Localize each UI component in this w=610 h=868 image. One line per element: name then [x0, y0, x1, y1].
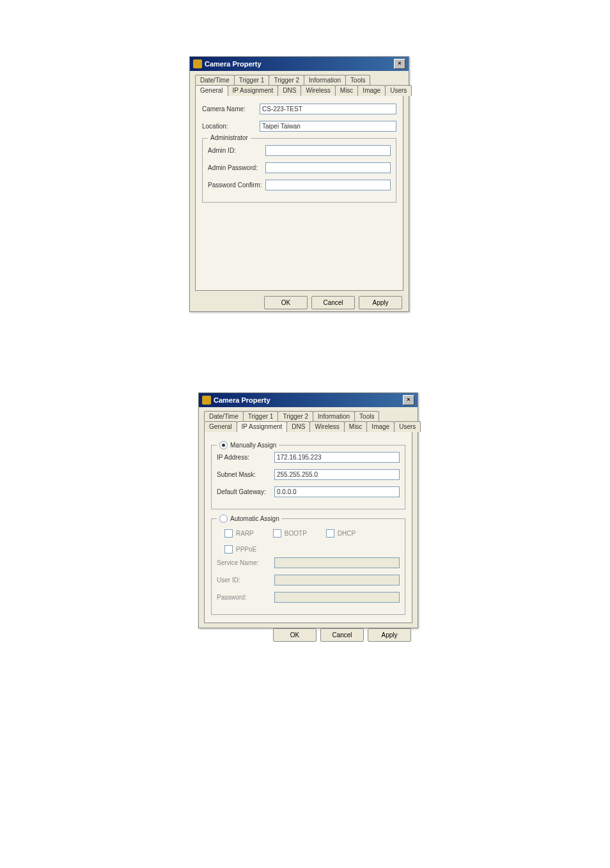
- service-name-label: Service Name:: [217, 559, 274, 566]
- password-label: Password:: [217, 594, 274, 601]
- user-id-input: [274, 575, 400, 585]
- tab-tools[interactable]: Tools: [345, 75, 370, 85]
- camera-property-dialog-general: Camera Property × Date/Time Trigger 1 Tr…: [189, 56, 409, 312]
- tab-ipassignment[interactable]: IP Assignment: [228, 85, 279, 96]
- tab-panel-general: Camera Name: Location: Administrator Adm…: [195, 95, 403, 291]
- tab-information[interactable]: Information: [304, 75, 346, 85]
- close-button[interactable]: ×: [403, 395, 414, 405]
- tab-image[interactable]: Image: [357, 85, 386, 96]
- default-gateway-input[interactable]: [274, 486, 400, 497]
- tab-panel-ipassignment: Manually Assign IP Address: Subnet Mask:…: [204, 431, 412, 623]
- dialog-title: Camera Property: [214, 396, 270, 404]
- rarp-checkbox[interactable]: [224, 529, 233, 538]
- camera-name-input[interactable]: [260, 104, 396, 114]
- tab-misc[interactable]: Misc: [344, 421, 368, 432]
- admin-password-label: Admin Password:: [208, 164, 265, 171]
- default-gateway-label: Default Gateway:: [217, 488, 274, 495]
- dialog-title: Camera Property: [205, 60, 262, 68]
- automatic-assign-legend: Automatic Assign: [230, 515, 279, 522]
- automatic-assign-group: Automatic Assign RARP BOOTP DHCP PPPoE S…: [211, 518, 405, 615]
- tab-datetime[interactable]: Date/Time: [195, 75, 235, 85]
- administrator-group: Administrator Admin ID: Admin Password: …: [202, 138, 396, 203]
- rarp-label: RARP: [236, 530, 254, 537]
- pppoe-label: PPPoE: [236, 546, 256, 553]
- tab-trigger2[interactable]: Trigger 2: [269, 75, 304, 85]
- dhcp-label: DHCP: [338, 530, 356, 537]
- tab-trigger2[interactable]: Trigger 2: [278, 411, 313, 421]
- bootp-label: BOOTP: [285, 530, 307, 537]
- camera-name-label: Camera Name:: [202, 105, 260, 112]
- manually-assign-legend: Manually Assign: [230, 442, 276, 449]
- password-confirm-label: Password Confirm:: [208, 182, 265, 189]
- ip-address-input[interactable]: [274, 452, 400, 463]
- cancel-button[interactable]: Cancel: [311, 296, 355, 309]
- tabs: Date/Time Trigger 1 Trigger 2 Informatio…: [190, 71, 409, 291]
- admin-password-input[interactable]: [265, 162, 391, 173]
- manually-assign-radio[interactable]: [219, 441, 228, 449]
- tab-users[interactable]: Users: [394, 421, 421, 432]
- button-row: OK Cancel Apply: [190, 291, 409, 314]
- password-input: [274, 592, 400, 603]
- tab-general[interactable]: General: [195, 85, 228, 96]
- tab-general[interactable]: General: [204, 421, 237, 432]
- tab-wireless[interactable]: Wireless: [309, 421, 344, 432]
- tab-ipassignment[interactable]: IP Assignment: [237, 421, 288, 432]
- pppoe-checkbox[interactable]: [224, 545, 233, 554]
- tab-trigger1[interactable]: Trigger 1: [234, 75, 270, 85]
- camera-property-dialog-ip: Camera Property × Date/Time Trigger 1 Tr…: [198, 392, 418, 628]
- subnet-mask-input[interactable]: [274, 469, 400, 480]
- ok-button[interactable]: OK: [264, 296, 308, 309]
- tab-tools[interactable]: Tools: [354, 411, 379, 421]
- dhcp-checkbox[interactable]: [326, 529, 334, 538]
- titlebar: Camera Property ×: [199, 393, 418, 407]
- apply-button[interactable]: Apply: [368, 628, 411, 642]
- tab-dns[interactable]: DNS: [278, 85, 301, 96]
- cancel-button[interactable]: Cancel: [320, 628, 364, 642]
- tab-wireless[interactable]: Wireless: [301, 85, 335, 96]
- tab-users[interactable]: Users: [385, 85, 412, 96]
- app-icon: [193, 59, 202, 68]
- tab-information[interactable]: Information: [313, 411, 355, 421]
- location-label: Location:: [202, 123, 260, 130]
- admin-id-label: Admin ID:: [208, 147, 265, 154]
- subnet-mask-label: Subnet Mask:: [217, 471, 274, 478]
- tab-image[interactable]: Image: [366, 421, 395, 432]
- tabs: Date/Time Trigger 1 Trigger 2 Informatio…: [199, 407, 418, 623]
- administrator-legend: Administrator: [208, 134, 251, 141]
- ok-button[interactable]: OK: [273, 628, 317, 642]
- ip-address-label: IP Address:: [217, 454, 274, 461]
- tab-dns[interactable]: DNS: [286, 421, 310, 432]
- tab-trigger1[interactable]: Trigger 1: [243, 411, 279, 421]
- user-id-label: User ID:: [217, 577, 274, 584]
- bootp-checkbox[interactable]: [273, 529, 281, 538]
- password-confirm-input[interactable]: [265, 180, 391, 190]
- close-button[interactable]: ×: [394, 59, 405, 69]
- tab-misc[interactable]: Misc: [335, 85, 359, 96]
- titlebar: Camera Property ×: [190, 57, 409, 71]
- apply-button[interactable]: Apply: [359, 296, 402, 309]
- automatic-assign-radio[interactable]: [219, 515, 228, 523]
- location-input[interactable]: [260, 121, 396, 132]
- button-row: OK Cancel Apply: [199, 623, 418, 647]
- admin-id-input[interactable]: [265, 145, 391, 156]
- tab-datetime[interactable]: Date/Time: [204, 411, 244, 421]
- manually-assign-group: Manually Assign IP Address: Subnet Mask:…: [211, 445, 405, 509]
- service-name-input: [274, 557, 400, 568]
- app-icon: [202, 396, 211, 405]
